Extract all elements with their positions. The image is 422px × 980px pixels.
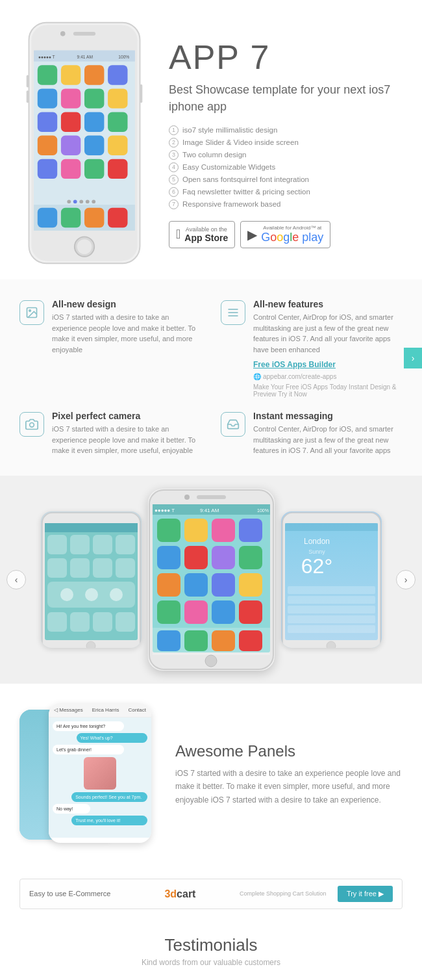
svg-rect-93 — [157, 630, 180, 651]
svg-rect-20 — [61, 136, 81, 155]
svg-text:100%: 100% — [118, 55, 129, 59]
feature-camera-title: Pixel perfect camera — [52, 411, 201, 421]
svg-rect-65 — [47, 612, 67, 632]
svg-rect-26 — [108, 159, 127, 179]
svg-rect-79 — [239, 519, 262, 542]
app-store-label: App Store — [184, 233, 228, 243]
features-grid: All-new design iOS 7 started with a desi… — [19, 299, 403, 456]
svg-text:●●●●●  T: ●●●●● T — [155, 508, 175, 513]
slider-right-arrow[interactable]: › — [396, 570, 416, 589]
feature-item-6: 6Faq newsletter twitter & pricing sectio… — [169, 186, 403, 198]
panels-content: Awesome Panels iOS 7 started with a desi… — [175, 742, 403, 806]
app-store-button[interactable]:  Available on the App Store — [169, 221, 235, 248]
svg-rect-17 — [84, 112, 104, 132]
design-icon-wrap — [19, 300, 44, 325]
svg-rect-15 — [38, 112, 57, 132]
ad-complete: Complete Shopping Cart Solution — [235, 890, 331, 897]
app-subtitle: Best Showcase template for your next ios… — [169, 82, 403, 114]
side-arrow-button[interactable]: › — [404, 348, 422, 368]
svg-rect-109 — [288, 615, 375, 623]
svg-point-111 — [327, 641, 336, 648]
svg-rect-94 — [184, 630, 208, 651]
svg-rect-34 — [61, 208, 81, 227]
ad-text: Easy to use E-Commerce — [29, 890, 125, 897]
google-play-sub: Available for Android™ at — [261, 225, 323, 231]
svg-rect-78 — [212, 519, 235, 542]
app-title: APP 7 — [169, 38, 403, 77]
svg-point-28 — [73, 200, 77, 203]
feature-link-sub: 🌐 appebar.com/create-apps — [253, 373, 336, 380]
svg-rect-21 — [84, 136, 104, 155]
svg-rect-90 — [212, 600, 235, 624]
hero-features-list: 1iso7 style millimalistic design 2Image … — [169, 124, 403, 211]
svg-rect-67 — [93, 612, 112, 632]
svg-point-63 — [85, 588, 98, 601]
app-store-sub: Available on the — [184, 226, 228, 233]
svg-text:9:41 AM: 9:41 AM — [200, 508, 219, 513]
svg-rect-83 — [239, 546, 262, 569]
panels-desc: iOS 7 started with a desire to take an e… — [175, 767, 403, 806]
svg-point-49 — [30, 423, 34, 428]
svg-point-30 — [86, 200, 90, 203]
svg-point-31 — [92, 200, 95, 203]
slider-phone-center: ●●●●● T 9:41 AM 100% — [148, 489, 275, 671]
feature-item-7: 7Responsive framework based — [169, 198, 403, 211]
svg-rect-23 — [38, 159, 57, 179]
svg-rect-85 — [184, 573, 208, 597]
svg-rect-86 — [212, 573, 235, 597]
svg-rect-39 — [73, 32, 95, 36]
feature-item-3: 3Two column design — [169, 149, 403, 161]
svg-text:100%: 100% — [257, 508, 269, 513]
svg-rect-12 — [61, 88, 81, 108]
slider-left-arrow[interactable]: ‹ — [6, 570, 26, 589]
svg-rect-10 — [108, 65, 127, 84]
svg-rect-89 — [184, 600, 208, 624]
svg-point-40 — [60, 31, 66, 36]
svg-rect-24 — [61, 159, 81, 179]
svg-rect-14 — [108, 88, 127, 108]
svg-rect-56 — [116, 535, 135, 554]
center-phone-svg: ●●●●● T 9:41 AM 100% — [148, 489, 275, 671]
svg-rect-58 — [70, 558, 90, 578]
hero-phone: ●●●●● T 9:41 AM 100% — [19, 19, 149, 266]
svg-rect-77 — [184, 519, 208, 542]
panels-section: Lond 62 ◁ Messages Erica Harris Contact … — [0, 684, 422, 866]
ad-try-button[interactable]: Try it free ▶ — [338, 886, 393, 902]
feature-features-desc: Control Center, AirDrop for iOS, and sma… — [253, 312, 403, 355]
svg-rect-18 — [108, 112, 127, 132]
feature-messaging: Instant messaging Control Center, AirDro… — [221, 411, 403, 456]
svg-rect-60 — [116, 558, 135, 578]
google-play-button[interactable]: ▶ Available for Android™ at Google play — [240, 221, 330, 248]
apple-icon:  — [176, 227, 180, 242]
svg-rect-57 — [47, 558, 67, 578]
svg-point-29 — [79, 200, 83, 203]
svg-rect-54 — [70, 535, 90, 554]
svg-rect-25 — [84, 159, 104, 179]
svg-rect-55 — [93, 535, 112, 554]
svg-point-38 — [77, 239, 92, 254]
svg-rect-36 — [108, 208, 127, 227]
svg-rect-88 — [157, 600, 180, 624]
svg-rect-95 — [212, 630, 235, 651]
store-buttons:  Available on the App Store ▶ Available… — [169, 221, 403, 248]
google-play-icon: ▶ — [247, 227, 257, 242]
svg-point-69 — [86, 641, 95, 648]
svg-point-64 — [110, 588, 123, 601]
phone-mockup-svg: ●●●●● T 9:41 AM 100% — [23, 19, 146, 266]
svg-rect-76 — [157, 519, 180, 542]
feature-messaging-title: Instant messaging — [253, 411, 403, 421]
feature-design: All-new design iOS 7 started with a desi… — [19, 299, 201, 398]
feature-features-title: All-new features — [253, 299, 403, 309]
feature-link-sub2: Make Your Free iOS Apps Today Instant De… — [253, 383, 403, 398]
svg-rect-22 — [108, 136, 127, 155]
slider-section: ‹ — [0, 476, 422, 684]
feature-item-1: 1iso7 style millimalistic design — [169, 124, 403, 136]
svg-text:London: London — [303, 537, 329, 546]
list-icon — [227, 306, 240, 319]
feature-link[interactable]: Free iOS Apps Builder — [253, 360, 336, 369]
features-section: All-new design iOS 7 started with a desi… — [0, 279, 422, 476]
testimonials-section: Testimonials Kind words from our valuabl… — [0, 922, 422, 981]
svg-rect-43 — [140, 84, 143, 103]
svg-rect-53 — [47, 535, 67, 554]
svg-point-45 — [29, 310, 31, 312]
